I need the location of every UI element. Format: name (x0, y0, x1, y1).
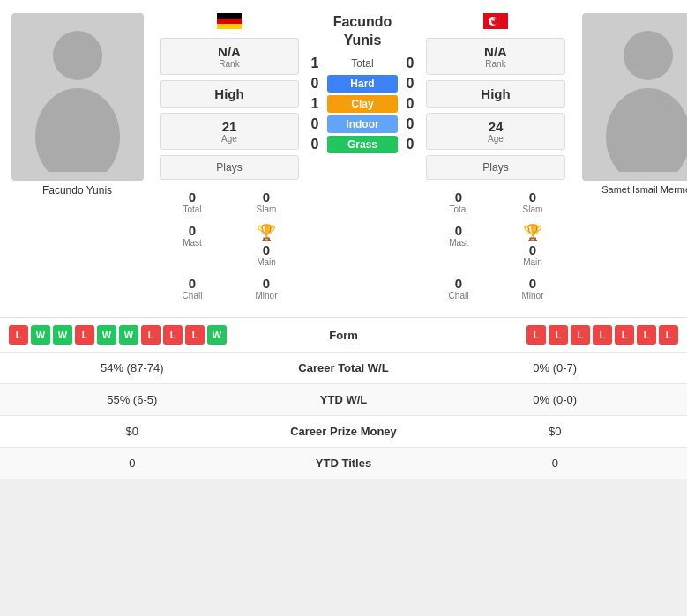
left-form-badge-w: W (31, 325, 50, 345)
left-form-badge-l: L (141, 325, 161, 345)
right-minor-value: 0 (529, 276, 536, 291)
left-mast-label: Mast (183, 238, 202, 248)
right-player-info: N/A Rank High 24 Age Plays (421, 9, 571, 308)
right-age-label: Age (488, 134, 504, 144)
left-flag (217, 13, 242, 32)
svg-point-10 (606, 88, 688, 172)
right-rank-panel: N/A Rank (426, 38, 565, 75)
center-stats: Facundo Yunis 1 Total 0 0 Hard 0 1 Clay (304, 9, 421, 308)
right-mast-label: Mast (449, 238, 468, 248)
hard-badge: Hard (327, 75, 398, 93)
right-age-value: 24 (489, 119, 504, 134)
left-form-badge-l: L (9, 325, 28, 345)
right-total-box: 0 Total (422, 186, 495, 218)
right-chall-value: 0 (455, 276, 462, 291)
career-stats-rows: 54% (87-74) Career Total W/L 0% (0-7) 55… (0, 352, 687, 479)
left-age-value: 21 (222, 119, 237, 134)
germany-flag-icon (217, 13, 242, 29)
career-label-3: YTD Titles (256, 456, 432, 470)
left-minor-value: 0 (263, 276, 270, 291)
left-form-badge-w: W (207, 325, 227, 345)
right-player-photo: Samet Ismail Mermer (571, 9, 687, 308)
right-main-label: Main (523, 257, 542, 267)
left-main-value: 0 (263, 242, 270, 257)
career-right-3: 0 (432, 456, 679, 470)
total-label: Total (327, 57, 398, 70)
left-total-label: Total (183, 204, 201, 214)
indoor-left-score: 0 (306, 116, 324, 132)
left-form-badge-w: W (97, 325, 116, 345)
right-slam-label: Slam (523, 204, 543, 214)
left-player-name-below: Facundo Yunis (42, 184, 112, 197)
total-left-score: 1 (306, 56, 324, 71)
right-minor-label: Minor (521, 291, 543, 301)
hard-right-score: 0 (401, 76, 419, 92)
right-slam-box: 0 Slam (497, 186, 569, 218)
right-stats-grid: 0 Total 0 Slam 0 Mast 🏆 0 Main 0 (422, 186, 569, 304)
grass-right-score: 0 (401, 137, 419, 152)
left-high-value: High (214, 86, 243, 101)
right-form-badge-l: L (637, 325, 656, 345)
left-total-box: 0 Total (156, 186, 228, 218)
surface-rows: 0 Hard 0 1 Clay 0 0 Indoor 0 0 Grass (306, 75, 419, 153)
left-chall-box: 0 Chall (156, 272, 228, 304)
svg-rect-4 (217, 24, 242, 29)
right-high-value: High (481, 86, 510, 101)
right-mast-box: 0 Mast (422, 219, 495, 271)
right-flag (483, 13, 508, 32)
right-form-badges: LLLLLLL (384, 325, 679, 345)
right-player-name-below: Samet Ismail Mermer (601, 184, 687, 195)
right-high-panel: High (426, 80, 565, 108)
left-trophy-icon: 🏆 (257, 223, 276, 242)
left-total-value: 0 (189, 189, 196, 204)
clay-row: 1 Clay 0 (306, 95, 419, 113)
left-slam-value: 0 (263, 189, 270, 204)
right-form-badge-l: L (526, 325, 546, 345)
right-mast-value: 0 (455, 223, 462, 238)
left-trophy-box: 🏆 0 Main (230, 219, 302, 271)
left-silhouette-icon (25, 22, 131, 172)
left-age-panel: 21 Age (160, 113, 299, 150)
left-form-badge-w: W (53, 325, 72, 345)
hard-left-score: 0 (306, 76, 324, 92)
career-label-2: Career Prize Money (256, 425, 432, 438)
left-form-badge-l: L (75, 325, 94, 345)
left-main-label: Main (257, 257, 276, 267)
right-chall-box: 0 Chall (422, 272, 495, 304)
left-photo-box (11, 13, 144, 181)
left-minor-box: 0 Minor (230, 272, 302, 304)
right-photo-box (582, 13, 688, 181)
svg-rect-3 (217, 19, 242, 24)
left-rank-value: N/A (218, 44, 241, 59)
left-chall-label: Chall (183, 291, 203, 301)
left-mast-box: 0 Mast (156, 219, 228, 271)
career-left-2: $0 (9, 425, 256, 438)
svg-point-9 (624, 31, 673, 80)
left-high-panel: High (160, 80, 299, 108)
left-form-badges: LWWLWWLLLW (9, 325, 304, 345)
left-rank-label: Rank (219, 59, 239, 69)
left-mast-value: 0 (189, 223, 196, 238)
career-right-0: 0% (0-7) (432, 361, 679, 375)
right-form-badge-l: L (571, 325, 590, 345)
right-form-badge-l: L (659, 325, 678, 345)
right-total-value: 0 (455, 189, 462, 204)
right-chall-label: Chall (449, 291, 469, 301)
left-minor-label: Minor (255, 291, 277, 301)
hard-row: 0 Hard 0 (306, 75, 419, 93)
form-label: Form (304, 329, 384, 342)
career-left-3: 0 (9, 456, 256, 470)
career-label-0: Career Total W/L (256, 361, 432, 375)
indoor-row: 0 Indoor 0 (306, 115, 419, 133)
grass-badge: Grass (327, 136, 398, 153)
indoor-badge: Indoor (327, 115, 398, 133)
career-right-1: 0% (0-0) (432, 393, 679, 406)
right-silhouette-icon (595, 22, 688, 172)
right-form-badge-l: L (593, 325, 612, 345)
clay-right-score: 0 (401, 96, 419, 112)
left-slam-label: Slam (257, 204, 277, 214)
right-trophy-icon: 🏆 (523, 223, 542, 242)
right-age-panel: 24 Age (426, 113, 565, 150)
svg-point-1 (35, 88, 120, 172)
right-form-badge-l: L (615, 325, 634, 345)
